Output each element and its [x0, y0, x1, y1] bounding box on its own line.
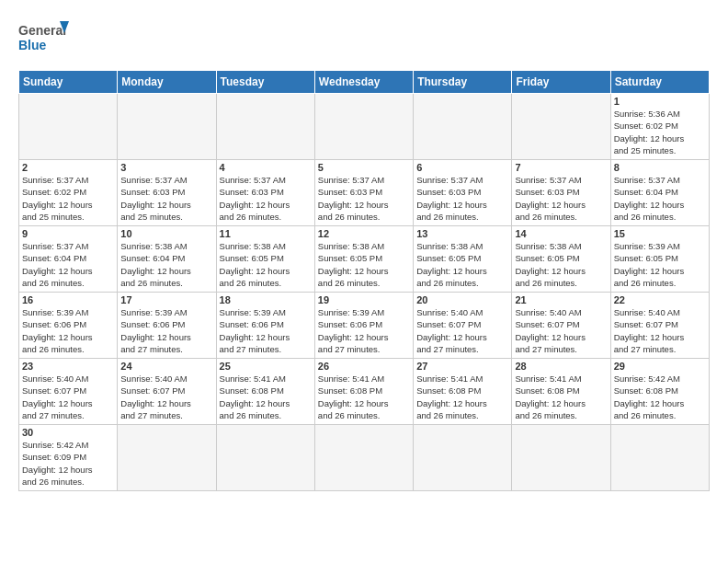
day-info: Sunrise: 5:41 AM Sunset: 6:08 PM Dayligh… — [318, 373, 410, 421]
calendar-cell: 18Sunrise: 5:39 AM Sunset: 6:06 PM Dayli… — [216, 293, 314, 359]
day-info: Sunrise: 5:37 AM Sunset: 6:03 PM Dayligh… — [120, 174, 212, 223]
day-number: 15 — [614, 228, 706, 239]
day-number: 2 — [22, 162, 114, 173]
calendar-cell: 23Sunrise: 5:40 AM Sunset: 6:07 PM Dayli… — [19, 359, 118, 425]
day-number: 27 — [416, 361, 508, 372]
day-number: 9 — [22, 228, 114, 239]
calendar-week-0: 1Sunrise: 5:36 AM Sunset: 6:02 PM Daylig… — [19, 94, 710, 160]
day-info: Sunrise: 5:37 AM Sunset: 6:03 PM Dayligh… — [318, 174, 410, 223]
calendar-cell: 8Sunrise: 5:37 AM Sunset: 6:04 PM Daylig… — [610, 160, 709, 226]
day-number: 4 — [220, 162, 312, 173]
day-number: 3 — [120, 162, 212, 173]
day-number: 30 — [22, 427, 114, 438]
calendar-week-2: 9Sunrise: 5:37 AM Sunset: 6:04 PM Daylig… — [19, 226, 710, 293]
calendar-cell: 6Sunrise: 5:37 AM Sunset: 6:03 PM Daylig… — [414, 160, 512, 226]
calendar-cell: 21Sunrise: 5:40 AM Sunset: 6:07 PM Dayli… — [512, 293, 610, 359]
calendar-cell — [314, 94, 413, 160]
calendar-header-monday: Monday — [118, 71, 216, 94]
day-info: Sunrise: 5:39 AM Sunset: 6:06 PM Dayligh… — [220, 306, 312, 355]
calendar-cell: 28Sunrise: 5:41 AM Sunset: 6:08 PM Dayli… — [512, 359, 610, 425]
calendar-cell: 20Sunrise: 5:40 AM Sunset: 6:07 PM Dayli… — [414, 293, 512, 359]
calendar-cell: 9Sunrise: 5:37 AM Sunset: 6:04 PM Daylig… — [19, 226, 118, 293]
calendar-header-wednesday: Wednesday — [314, 71, 413, 94]
calendar-cell: 11Sunrise: 5:38 AM Sunset: 6:05 PM Dayli… — [216, 226, 314, 293]
day-info: Sunrise: 5:39 AM Sunset: 6:06 PM Dayligh… — [22, 306, 114, 355]
day-info: Sunrise: 5:37 AM Sunset: 6:02 PM Dayligh… — [22, 174, 114, 223]
day-number: 18 — [220, 294, 312, 305]
day-info: Sunrise: 5:42 AM Sunset: 6:08 PM Dayligh… — [614, 373, 706, 421]
calendar-cell — [512, 94, 610, 160]
calendar-cell: 24Sunrise: 5:40 AM Sunset: 6:07 PM Dayli… — [118, 359, 216, 425]
logo-icon: General Blue — [18, 17, 74, 66]
day-number: 29 — [614, 361, 706, 372]
calendar-cell: 3Sunrise: 5:37 AM Sunset: 6:03 PM Daylig… — [118, 160, 216, 226]
calendar-cell: 5Sunrise: 5:37 AM Sunset: 6:03 PM Daylig… — [314, 160, 413, 226]
day-info: Sunrise: 5:37 AM Sunset: 6:03 PM Dayligh… — [416, 174, 508, 223]
calendar-cell: 22Sunrise: 5:40 AM Sunset: 6:07 PM Dayli… — [610, 293, 709, 359]
day-number: 6 — [416, 162, 508, 173]
svg-text:General: General — [18, 23, 66, 38]
day-number: 10 — [120, 228, 212, 239]
day-info: Sunrise: 5:38 AM Sunset: 6:05 PM Dayligh… — [416, 240, 508, 289]
day-number: 19 — [318, 294, 410, 305]
calendar-cell: 7Sunrise: 5:37 AM Sunset: 6:03 PM Daylig… — [512, 160, 610, 226]
calendar-cell: 19Sunrise: 5:39 AM Sunset: 6:06 PM Dayli… — [314, 293, 413, 359]
day-number: 7 — [515, 162, 607, 173]
day-number: 20 — [416, 294, 508, 305]
day-number: 28 — [515, 361, 607, 372]
calendar-cell — [414, 425, 512, 491]
calendar-cell: 27Sunrise: 5:41 AM Sunset: 6:08 PM Dayli… — [414, 359, 512, 425]
logo: General Blue — [18, 17, 74, 66]
calendar-cell — [118, 425, 216, 491]
calendar-cell: 2Sunrise: 5:37 AM Sunset: 6:02 PM Daylig… — [19, 160, 118, 226]
calendar-table: SundayMondayTuesdayWednesdayThursdayFrid… — [18, 70, 710, 491]
calendar-cell: 30Sunrise: 5:42 AM Sunset: 6:09 PM Dayli… — [19, 425, 118, 491]
day-info: Sunrise: 5:40 AM Sunset: 6:07 PM Dayligh… — [614, 306, 706, 355]
calendar-header-row: SundayMondayTuesdayWednesdayThursdayFrid… — [19, 71, 710, 94]
calendar-cell: 4Sunrise: 5:37 AM Sunset: 6:03 PM Daylig… — [216, 160, 314, 226]
day-info: Sunrise: 5:38 AM Sunset: 6:05 PM Dayligh… — [220, 240, 312, 289]
day-info: Sunrise: 5:37 AM Sunset: 6:03 PM Dayligh… — [220, 174, 312, 223]
calendar-week-5: 30Sunrise: 5:42 AM Sunset: 6:09 PM Dayli… — [19, 425, 710, 491]
day-info: Sunrise: 5:37 AM Sunset: 6:04 PM Dayligh… — [22, 240, 114, 289]
day-number: 1 — [614, 96, 706, 107]
day-info: Sunrise: 5:38 AM Sunset: 6:04 PM Dayligh… — [120, 240, 212, 289]
day-info: Sunrise: 5:38 AM Sunset: 6:05 PM Dayligh… — [318, 240, 410, 289]
day-number: 8 — [614, 162, 706, 173]
day-number: 22 — [614, 294, 706, 305]
day-number: 13 — [416, 228, 508, 239]
day-info: Sunrise: 5:37 AM Sunset: 6:03 PM Dayligh… — [515, 174, 607, 223]
day-info: Sunrise: 5:40 AM Sunset: 6:07 PM Dayligh… — [416, 306, 508, 355]
calendar-week-4: 23Sunrise: 5:40 AM Sunset: 6:07 PM Dayli… — [19, 359, 710, 425]
day-info: Sunrise: 5:39 AM Sunset: 6:06 PM Dayligh… — [120, 306, 212, 355]
calendar-cell: 14Sunrise: 5:38 AM Sunset: 6:05 PM Dayli… — [512, 226, 610, 293]
day-info: Sunrise: 5:39 AM Sunset: 6:05 PM Dayligh… — [614, 240, 706, 289]
calendar-cell — [512, 425, 610, 491]
header: General Blue — [9, 9, 719, 70]
calendar-cell: 29Sunrise: 5:42 AM Sunset: 6:08 PM Dayli… — [610, 359, 709, 425]
day-info: Sunrise: 5:40 AM Sunset: 6:07 PM Dayligh… — [22, 373, 114, 421]
day-info: Sunrise: 5:42 AM Sunset: 6:09 PM Dayligh… — [22, 439, 114, 488]
calendar-cell — [118, 94, 216, 160]
calendar-cell: 26Sunrise: 5:41 AM Sunset: 6:08 PM Dayli… — [314, 359, 413, 425]
day-number: 12 — [318, 228, 410, 239]
calendar-header-thursday: Thursday — [414, 71, 512, 94]
calendar-header-tuesday: Tuesday — [216, 71, 314, 94]
calendar-cell — [414, 94, 512, 160]
day-number: 21 — [515, 294, 607, 305]
day-number: 25 — [220, 361, 312, 372]
day-info: Sunrise: 5:41 AM Sunset: 6:08 PM Dayligh… — [416, 373, 508, 421]
day-info: Sunrise: 5:40 AM Sunset: 6:07 PM Dayligh… — [515, 306, 607, 355]
calendar-cell: 15Sunrise: 5:39 AM Sunset: 6:05 PM Dayli… — [610, 226, 709, 293]
day-info: Sunrise: 5:41 AM Sunset: 6:08 PM Dayligh… — [220, 373, 312, 421]
calendar-cell: 16Sunrise: 5:39 AM Sunset: 6:06 PM Dayli… — [19, 293, 118, 359]
day-info: Sunrise: 5:40 AM Sunset: 6:07 PM Dayligh… — [120, 373, 212, 421]
calendar-cell: 1Sunrise: 5:36 AM Sunset: 6:02 PM Daylig… — [610, 94, 709, 160]
calendar-cell — [610, 425, 709, 491]
day-number: 24 — [120, 361, 212, 372]
calendar-header-sunday: Sunday — [19, 71, 118, 94]
calendar-header-saturday: Saturday — [610, 71, 709, 94]
day-number: 11 — [220, 228, 312, 239]
calendar-cell: 10Sunrise: 5:38 AM Sunset: 6:04 PM Dayli… — [118, 226, 216, 293]
day-number: 17 — [120, 294, 212, 305]
